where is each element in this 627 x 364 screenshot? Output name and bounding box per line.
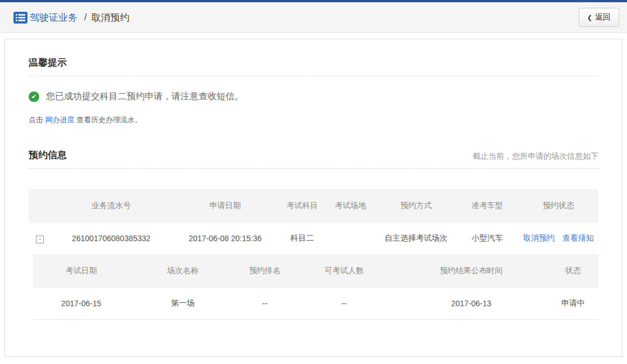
col-subject: 考试科目: [279, 189, 325, 223]
breadcrumb-current: 取消预约: [91, 11, 130, 24]
subtable-header-row: 考试日期 场次名称 预约排名 可考试人数 预约结果公布时间 状态: [33, 254, 598, 288]
back-button[interactable]: ❮ 返回: [579, 8, 619, 27]
cell-subject: 科目二: [279, 223, 325, 254]
appointment-divider: [29, 168, 598, 169]
subcell-session-name: 第一场: [129, 288, 237, 320]
col-method: 预约方式: [376, 189, 456, 223]
subcol-capacity: 可考试人数: [293, 254, 395, 288]
subcol-status: 状态: [547, 254, 598, 288]
view-notice-link[interactable]: 查看须知: [563, 233, 594, 242]
expand-column-header: [29, 189, 52, 223]
cell-vehicle: 小型汽车: [456, 223, 519, 254]
col-venue: 考试场地: [325, 189, 376, 223]
subcol-ranking: 预约排名: [237, 254, 293, 288]
cancel-appointment-link[interactable]: 取消预约: [523, 233, 555, 242]
success-message-row: ✔ 您已成功提交科目二预约申请，请注意查收短信。: [29, 91, 598, 103]
chevron-left-icon: ❮: [587, 14, 592, 21]
progress-link[interactable]: 网办进度: [45, 116, 75, 124]
table-header-row: 业务流水号 申请日期 考试科目 考试场地 预约方式 准考车型 预约状态: [29, 189, 598, 223]
table-row: - 261001706080385332 2017-06-08 20:15:36…: [29, 223, 598, 254]
tips-title: 温馨提示: [29, 56, 598, 69]
subcol-session-name: 场次名称: [129, 254, 237, 288]
success-message: 您已成功提交科目二预约申请，请注意查收短信。: [46, 91, 243, 103]
page-header: 驾驶证业务 / 取消预约 ❮ 返回: [0, 2, 627, 33]
col-vehicle: 准考车型: [456, 189, 519, 223]
cell-method: 自主选择考试场次: [376, 223, 456, 254]
col-status: 预约状态: [519, 189, 598, 223]
appointment-tables: 业务流水号 申请日期 考试科目 考试场地 预约方式 准考车型 预约状态 - 26…: [29, 189, 598, 320]
appointment-section-header: 预约信息 截止当前，您所申请的场次信息如下: [29, 149, 598, 162]
appointment-note: 截止当前，您所申请的场次信息如下: [473, 151, 598, 162]
appointment-title: 预约信息: [29, 149, 67, 162]
subcell-capacity: --: [293, 288, 395, 320]
success-check-icon: ✔: [29, 91, 39, 102]
subcol-exam-date: 考试日期: [33, 254, 129, 288]
cell-apply-date: 2017-06-08 20:15:36: [171, 223, 279, 254]
progress-line: 点击 网办进度 查看历史办理流水。: [29, 115, 598, 125]
col-serial: 业务流水号: [52, 189, 171, 223]
subcell-status: 申请中: [547, 288, 598, 320]
subcol-result-time: 预约结果公布时间: [395, 254, 547, 288]
breadcrumb: 驾驶证业务 / 取消预约: [27, 11, 130, 24]
subcell-result-time: 2017-06-13: [395, 288, 547, 320]
cell-serial: 261001706080385332: [52, 223, 171, 254]
back-button-label: 返回: [595, 12, 611, 22]
session-subtable-wrap: 考试日期 场次名称 预约排名 可考试人数 预约结果公布时间 状态 2017-06…: [33, 254, 598, 320]
session-subtable: 考试日期 场次名称 预约排名 可考试人数 预约结果公布时间 状态 2017-06…: [33, 254, 598, 320]
subtable-row: 2017-06-15 第一场 -- -- 2017-06-13 申请中: [33, 288, 598, 320]
subcell-exam-date: 2017-06-15: [33, 288, 129, 320]
subcell-ranking: --: [237, 288, 293, 320]
cell-venue: [325, 223, 376, 254]
collapse-toggle-icon[interactable]: -: [36, 236, 44, 243]
tips-divider: [29, 76, 598, 76]
breadcrumb-separator: /: [84, 12, 87, 23]
list-icon: [13, 12, 27, 24]
breadcrumb-root[interactable]: 驾驶证业务: [30, 11, 77, 24]
progress-suffix: 查看历史办理流水。: [75, 116, 142, 124]
appointment-table: 业务流水号 申请日期 考试科目 考试场地 预约方式 准考车型 预约状态 - 26…: [29, 189, 598, 254]
progress-prefix: 点击: [29, 116, 45, 124]
col-apply-date: 申请日期: [171, 189, 279, 223]
content-card: 温馨提示 ✔ 您已成功提交科目二预约申请，请注意查收短信。 点击 网办进度 查看…: [4, 39, 623, 357]
